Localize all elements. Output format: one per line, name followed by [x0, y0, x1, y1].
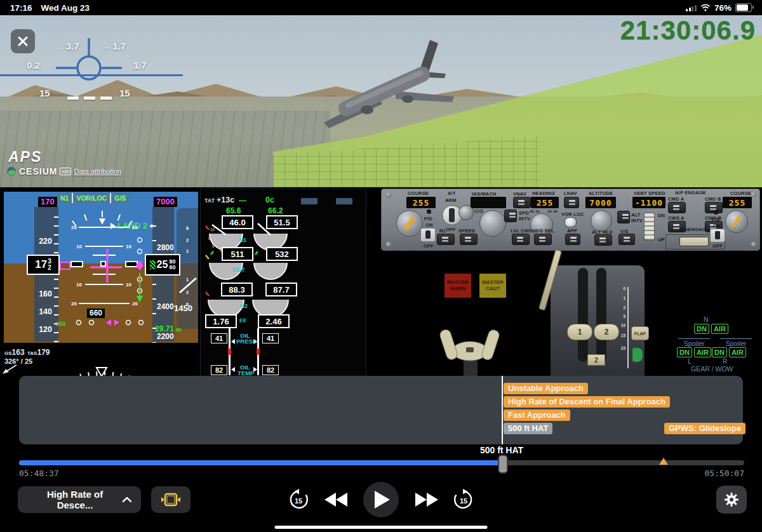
oil-temp-bar-2 [257, 349, 259, 375]
svg-text:20: 20 [132, 301, 138, 307]
speed-knob[interactable] [479, 210, 506, 237]
minimums-readout: 660 [87, 309, 105, 318]
close-button[interactable] [11, 29, 35, 53]
flap-position-tab: 2 [587, 354, 605, 366]
n1-command-1: 65.6 [226, 206, 241, 215]
mode-control-panel: COURSE 255 F/D ON OFF A/T ARM OFF N1 IAS… [381, 189, 760, 251]
alt-hld-button[interactable] [594, 234, 612, 246]
svg-text:10: 10 [126, 282, 131, 288]
master-warning-light[interactable]: MASTER WARN [444, 274, 471, 298]
skip-forward-15-button[interactable]: 15 [453, 489, 474, 510]
master-caution-light[interactable]: MASTER CAUT [479, 274, 506, 298]
cellular-signal-icon [686, 4, 697, 11]
fast-forward-icon [415, 493, 438, 507]
ias-mach-display [471, 197, 506, 208]
home-indicator[interactable] [275, 526, 488, 529]
fast-forward-button[interactable] [415, 493, 438, 507]
timeline-playhead [502, 376, 503, 444]
fd-left-switch[interactable] [420, 228, 436, 242]
oil-temp-readout-1: 82 [211, 365, 227, 375]
n1-button[interactable] [437, 234, 455, 245]
timeline-event-chip[interactable]: Unstable Approach [504, 383, 588, 394]
runway-marker-dash [67, 96, 79, 100]
thrust-lever-slot [578, 268, 588, 362]
svg-text:10: 10 [126, 244, 131, 249]
flight-replay-app: 17:16 Wed Aug 23 76% [0, 0, 762, 532]
right-gear-indicators: DN AIR [712, 347, 746, 357]
altitude-hatch-flag [150, 260, 156, 269]
status-time: 17:16 [10, 3, 32, 13]
flap-lever-handle[interactable]: FLAP [631, 326, 649, 340]
vert-speed-thumbwheel[interactable] [644, 213, 655, 241]
rotate-view-button[interactable] [151, 486, 190, 513]
settings-button[interactable] [716, 486, 747, 514]
n2-readout-1: 88.3 [221, 283, 253, 296]
nose-gear-indicators: DN AIR [694, 324, 728, 334]
battery-icon [735, 3, 752, 12]
course-left-knob[interactable] [396, 210, 423, 237]
svg-text:2: 2 [186, 237, 189, 243]
thrust-lever-1[interactable]: 1 [567, 324, 592, 340]
altitude-knob[interactable] [591, 210, 612, 232]
close-icon [17, 36, 29, 47]
playback-slider[interactable] [19, 460, 744, 466]
oil-press-readout-1: 41 [211, 333, 227, 343]
app-button[interactable] [565, 234, 580, 245]
timeline-event-chip[interactable]: Fast Approach [504, 409, 570, 421]
rewind-button[interactable] [324, 493, 347, 507]
cesium-attribution: CESIUM ion Data attribution [6, 166, 121, 176]
lnav-button[interactable] [564, 197, 579, 208]
eicas-indicator-chip [301, 198, 318, 204]
speed-button[interactable] [460, 234, 478, 245]
lvl-chg-button[interactable] [512, 234, 530, 245]
speed-bug [60, 262, 70, 270]
play-button[interactable] [363, 482, 399, 517]
vert-speed-display: -1100 [632, 197, 665, 208]
course-right-knob[interactable] [725, 210, 748, 233]
fd-right-switch[interactable] [710, 229, 725, 243]
skip-back-15-button[interactable]: 15 [288, 489, 309, 510]
runway-marker-dash [84, 96, 95, 100]
timeline-scrubber-handle[interactable] [498, 455, 508, 474]
timeline-event-chip[interactable]: 500 ft HAT [504, 423, 552, 434]
heading-display: 255 [531, 197, 559, 208]
timeline-event-chip[interactable]: High Rate of Descent on Final Approach [504, 396, 670, 408]
vnav-button[interactable] [513, 197, 531, 208]
cmd-a-button[interactable] [668, 202, 686, 213]
altitude-display: 7000 [585, 197, 616, 208]
n1-command-2: 66.2 [268, 206, 283, 215]
ap-disengage-bar[interactable] [679, 237, 709, 246]
alt-intv-button[interactable] [617, 211, 630, 223]
n1-readout-1: 46.0 [222, 215, 253, 229]
thrust-lever-slot [596, 268, 606, 362]
event-timeline-panel[interactable]: Unstable Approach High Rate of Descent o… [19, 376, 743, 444]
svg-text:20: 20 [132, 225, 138, 230]
timeline-event-chip[interactable]: GPWS: Glideslope [664, 423, 745, 434]
svg-text:10: 10 [76, 282, 82, 288]
data-attribution-link[interactable]: Data attribution [74, 168, 121, 175]
ff-readout-2: 2.46 [258, 314, 290, 328]
runway-marker-dash [100, 96, 112, 100]
fd-left-led [427, 209, 431, 214]
vs-button[interactable] [618, 234, 635, 245]
hdg-sel-button[interactable] [534, 234, 552, 245]
throttle-quadrant: 1 2 2 0 1 2 5 10 15 25 FLAP [543, 254, 660, 378]
chevron-up-icon [122, 496, 132, 503]
svg-text:2: 2 [186, 289, 189, 295]
svg-text:20: 20 [71, 301, 77, 307]
eicas-indicator-chip [336, 198, 352, 204]
current-speed-readout: 17 3 2 [27, 255, 60, 275]
pfd-display: N1 VOR/LOC G/S 170 7000 LAND 2 220 200 1… [4, 192, 198, 343]
n2-readout-2: 87.7 [265, 283, 297, 296]
rewind-icon [324, 493, 347, 507]
event-selector-dropdown[interactable]: High Rate of Desce... [18, 486, 141, 513]
co-knob[interactable] [458, 205, 474, 220]
spd-intv-button[interactable] [504, 209, 517, 222]
vor-loc-button[interactable] [565, 217, 577, 227]
event-marker-triangle[interactable] [659, 458, 668, 465]
cesium-ion-badge: ion [60, 168, 71, 175]
ils-scale-right: 1.7 [133, 60, 147, 70]
cesium-globe-icon [6, 166, 17, 176]
svg-text:10: 10 [76, 244, 82, 249]
thrust-lever-2[interactable]: 2 [594, 324, 619, 340]
